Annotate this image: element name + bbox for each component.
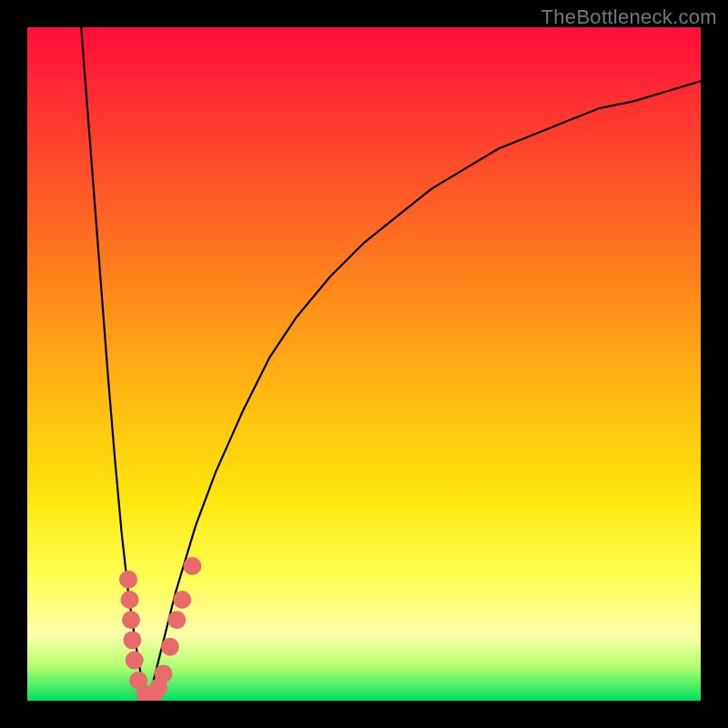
chart-svg (27, 27, 701, 701)
curve-right (148, 81, 701, 701)
plot-area (27, 27, 701, 701)
chart-frame: TheBottleneck.com (0, 0, 728, 728)
watermark-text: TheBottleneck.com (541, 5, 717, 29)
data-marker (173, 591, 191, 609)
data-marker (155, 664, 173, 682)
data-marker (167, 611, 186, 629)
data-marker (121, 591, 139, 609)
data-marker (126, 652, 144, 670)
data-marker (122, 611, 140, 629)
data-marker (183, 557, 201, 575)
data-marker (161, 638, 179, 656)
data-marker (119, 571, 137, 589)
marker-group (119, 557, 201, 701)
data-marker (123, 631, 141, 649)
